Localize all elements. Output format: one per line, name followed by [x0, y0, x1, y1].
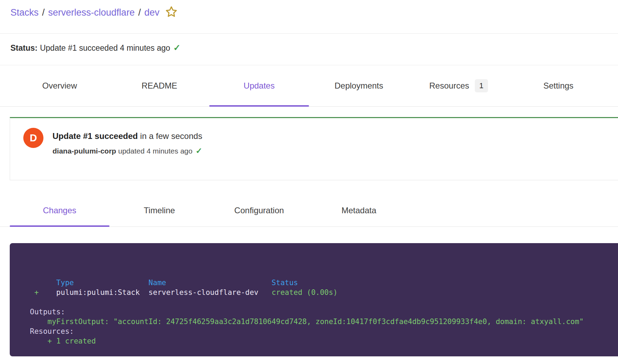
update-meta-rest: updated 4 minutes ago [116, 147, 193, 155]
tab-settings[interactable]: Settings [509, 65, 608, 106]
subtab-configuration[interactable]: Configuration [209, 195, 309, 226]
update-title: Update #1 succeeded in a few seconds [52, 131, 202, 141]
tab-label: README [141, 81, 177, 91]
terminal-resource-row: + pulumi:pulumi:Stack serverless-cloudfl… [30, 288, 611, 297]
tab-label: Deployments [334, 81, 383, 91]
breadcrumb-link-project[interactable]: serverless-cloudflare [48, 7, 135, 18]
subtab-metadata[interactable]: Metadata [309, 195, 409, 226]
tab-resources[interactable]: Resources1 [409, 65, 509, 106]
terminal-text: pulumi:pulumi:Stack serverless-cloudflar… [56, 288, 272, 297]
update-author: diana-pulumi-corp [52, 147, 116, 155]
success-check-icon: ✓ [196, 146, 202, 155]
subtab-changes[interactable]: Changes [10, 195, 109, 226]
terminal-header-row: Type Name Status [30, 278, 611, 288]
success-check-icon: ✓ [173, 43, 181, 52]
update-title-strong: Update #1 succeeded [52, 131, 138, 141]
tab-label: Settings [543, 81, 574, 91]
tab-overview[interactable]: Overview [10, 65, 109, 106]
breadcrumb-link-stack[interactable]: dev [144, 7, 160, 18]
status-label: Status: [10, 43, 38, 52]
tab-deployments[interactable]: Deployments [309, 65, 409, 106]
terminal-output-value-row: myFirstOutput: "accountId: 24725f46259aa… [30, 317, 611, 326]
star-icon[interactable] [165, 6, 178, 19]
update-detail-tabs: Changes Timeline Configuration Metadata [0, 195, 618, 227]
terminal-text: Outputs: [30, 308, 65, 316]
terminal-text: + [30, 288, 56, 297]
terminal-created-row: + 1 created [30, 336, 611, 346]
terminal-text: + 1 created [30, 337, 96, 345]
status-bar: Status:Update #1 succeeded 4 minutes ago… [0, 34, 618, 65]
tab-updates[interactable]: Updates [209, 65, 309, 106]
tab-label: Resources [429, 81, 469, 91]
terminal-text: myFirstOutput: "accountId: 24725f46259aa… [30, 317, 584, 326]
update-meta: diana-pulumi-corp updated 4 minutes ago✓ [52, 146, 202, 156]
update-summary-card: D Update #1 succeeded in a few seconds d… [10, 117, 618, 180]
breadcrumb: Stacks/serverless-cloudflare/dev [0, 0, 618, 34]
tab-readme[interactable]: README [109, 65, 209, 106]
status-text: Update #1 succeeded 4 minutes ago [40, 43, 170, 52]
subtab-label: Metadata [341, 206, 376, 215]
terminal-outputs-row: Outputs: [30, 307, 611, 317]
update-title-rest: in a few seconds [138, 131, 202, 141]
terminal-blank-row [30, 297, 611, 307]
tab-label: Updates [244, 81, 275, 91]
breadcrumb-separator: / [42, 7, 45, 18]
avatar: D [23, 128, 43, 148]
subtab-label: Configuration [234, 206, 284, 215]
terminal-text: created (0.00s) [271, 288, 338, 297]
terminal-output: Type Name Status + pulumi:pulumi:Stack s… [10, 243, 618, 356]
tab-label: Overview [42, 81, 77, 91]
resources-count-badge: 1 [475, 79, 488, 92]
terminal-text: Resources: [30, 327, 74, 336]
terminal-text: Type Name Status [30, 279, 298, 287]
stack-tabs: Overview README Updates Deployments Reso… [0, 65, 618, 107]
subtab-label: Timeline [144, 206, 175, 215]
terminal-resources-row: Resources: [30, 326, 611, 336]
breadcrumb-separator: / [138, 7, 141, 18]
subtab-label: Changes [43, 206, 76, 215]
breadcrumb-link-stacks[interactable]: Stacks [10, 7, 39, 18]
subtab-timeline[interactable]: Timeline [109, 195, 209, 226]
